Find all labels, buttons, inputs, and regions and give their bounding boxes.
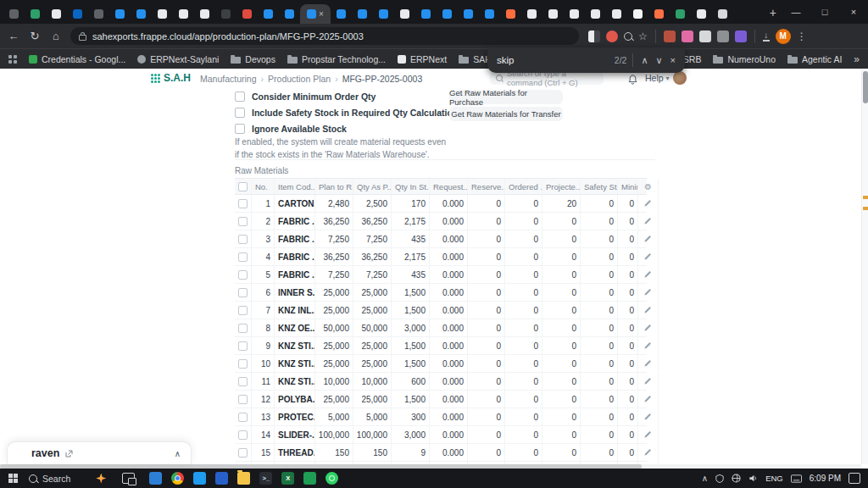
bookmark-item[interactable]: Propstar Technolog...: [287, 54, 386, 64]
external-link-icon[interactable]: [65, 450, 73, 458]
browser-tab[interactable]: [479, 4, 500, 24]
edit-pencil-icon[interactable]: [644, 217, 652, 226]
address-bar[interactable]: sahexports.frappe.cloud/app/production-p…: [70, 27, 579, 45]
color-extension-icon[interactable]: [606, 30, 618, 42]
widgets-icon[interactable]: [96, 474, 106, 484]
edit-pencil-icon[interactable]: [644, 448, 652, 458]
checkbox[interactable]: [235, 92, 245, 102]
extension-gray-icon[interactable]: [717, 30, 729, 42]
browser-tab[interactable]: [691, 4, 712, 24]
find-next-icon[interactable]: ∨: [656, 55, 663, 66]
profile-avatar[interactable]: M: [776, 29, 791, 44]
raven-chat-widget[interactable]: raven ∧: [7, 441, 192, 464]
new-tab-button[interactable]: +: [770, 6, 776, 19]
edit-pencil-icon[interactable]: [644, 324, 652, 333]
browser-tab[interactable]: [236, 4, 258, 24]
dark-reader-icon[interactable]: [588, 30, 600, 42]
minimize-button[interactable]: —: [782, 0, 810, 24]
row-checkbox[interactable]: [238, 252, 248, 262]
edit-pencil-icon[interactable]: [644, 377, 652, 386]
browser-tab[interactable]: [627, 4, 648, 24]
browser-tab[interactable]: [458, 4, 479, 24]
menu-icon[interactable]: ⋮: [797, 30, 807, 42]
browser-tab[interactable]: [352, 4, 373, 24]
edit-pencil-icon[interactable]: [644, 252, 652, 262]
chrome-icon[interactable]: [171, 472, 184, 485]
column-header[interactable]: Projecte...: [542, 179, 581, 194]
row-checkbox[interactable]: [238, 430, 248, 440]
edit-pencil-icon[interactable]: [644, 413, 652, 422]
row-checkbox[interactable]: [238, 217, 248, 226]
breadcrumb-item[interactable]: Production Plan: [268, 74, 331, 84]
command-search-input[interactable]: Search or type a command (Ctrl + G): [490, 71, 604, 85]
browser-tab[interactable]: [373, 4, 394, 24]
touch-keyboard-icon[interactable]: [791, 474, 802, 483]
notification-center-icon[interactable]: [849, 473, 860, 484]
start-button-icon[interactable]: [8, 474, 18, 483]
language-indicator[interactable]: ENG: [765, 474, 783, 483]
browser-tab[interactable]: [648, 4, 670, 24]
browser-tab[interactable]: [606, 4, 627, 24]
browser-tab[interactable]: [331, 4, 352, 24]
sheets-icon[interactable]: [303, 472, 316, 485]
column-header[interactable]: Reserve...: [468, 179, 505, 194]
extension-purple-icon[interactable]: [735, 30, 747, 42]
browser-tab[interactable]: [521, 4, 542, 24]
excel-icon[interactable]: X: [281, 472, 294, 485]
terminal-icon[interactable]: >_: [259, 472, 272, 485]
edit-pencil-icon[interactable]: [644, 270, 652, 280]
notifications-bell-icon[interactable]: [628, 73, 637, 88]
row-checkbox[interactable]: [238, 235, 248, 244]
row-checkbox[interactable]: [238, 270, 248, 280]
row-checkbox[interactable]: [238, 377, 248, 386]
bookmark-item[interactable]: Agentic AI: [787, 54, 842, 64]
edit-pencil-icon[interactable]: [644, 235, 652, 244]
checkbox[interactable]: [235, 108, 245, 118]
browser-tab[interactable]: [415, 4, 437, 24]
browser-tab[interactable]: [88, 4, 109, 24]
extension-red-icon[interactable]: [664, 30, 676, 42]
row-checkbox[interactable]: [238, 306, 248, 315]
column-header[interactable]: Plan to R...: [315, 179, 353, 194]
screen-share-app-icon[interactable]: [149, 472, 162, 485]
edit-pencil-icon[interactable]: [644, 199, 652, 208]
whatsapp-icon[interactable]: [326, 472, 338, 485]
tab-close-icon[interactable]: ×: [319, 10, 324, 19]
find-close-icon[interactable]: ×: [670, 55, 676, 65]
edit-pencil-icon[interactable]: [644, 306, 652, 315]
browser-tab[interactable]: [670, 4, 691, 24]
browser-tab[interactable]: [712, 4, 733, 24]
file-explorer-icon[interactable]: [237, 472, 250, 485]
raven-expand-icon[interactable]: ∧: [175, 449, 181, 458]
row-checkbox[interactable]: [238, 341, 248, 351]
vertical-scrollbar-thumb[interactable]: [863, 71, 868, 103]
browser-tab[interactable]: ×: [300, 4, 331, 24]
speaker-icon[interactable]: [748, 474, 758, 483]
edit-pencil-icon[interactable]: [644, 395, 652, 404]
home-icon[interactable]: ⌂: [49, 30, 63, 42]
help-menu[interactable]: Help ▾: [645, 73, 670, 83]
task-view-icon[interactable]: [122, 473, 135, 484]
column-header[interactable]: No.: [252, 179, 275, 194]
find-previous-icon[interactable]: ∧: [641, 55, 648, 66]
browser-tab[interactable]: [25, 4, 46, 24]
column-header[interactable]: Safety St...: [581, 179, 618, 194]
browser-tab[interactable]: [437, 4, 458, 24]
vertical-scrollbar[interactable]: [861, 69, 868, 464]
site-lock-icon[interactable]: [79, 35, 86, 41]
browser-tab[interactable]: [585, 4, 606, 24]
column-header[interactable]: Request...: [430, 179, 468, 194]
close-button[interactable]: ×: [839, 0, 868, 24]
clock[interactable]: 6:09 PM: [810, 474, 841, 483]
browser-tab[interactable]: [46, 4, 67, 24]
bookmark-item[interactable]: ERPNext: [398, 54, 447, 64]
browser-tab[interactable]: [3, 4, 25, 24]
bookmark-item[interactable]: Credentials - Googl...: [29, 54, 125, 64]
checkbox[interactable]: [235, 124, 245, 134]
app-blue-icon[interactable]: [215, 472, 228, 485]
shield-icon[interactable]: [715, 474, 724, 483]
select-all-checkbox[interactable]: [238, 182, 248, 191]
bookmark-item[interactable]: ERPNext-Saylani: [137, 54, 219, 64]
browser-tab[interactable]: [173, 4, 194, 24]
breadcrumb-item[interactable]: Manufacturing: [200, 74, 257, 84]
